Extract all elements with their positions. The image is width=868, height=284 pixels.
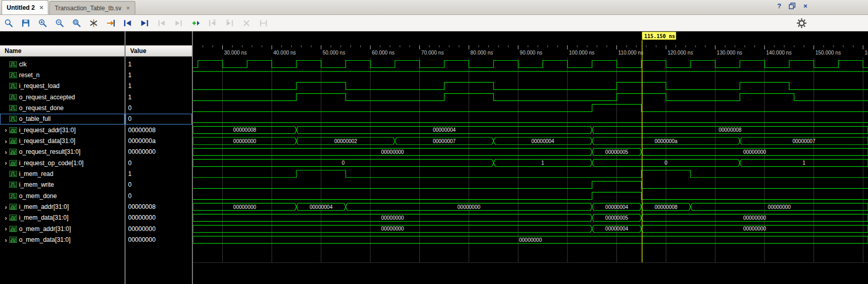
waveform-panel[interactable]: 30.000 ns40.000 ns50.000 ns60.000 ns70.0…	[193, 31, 868, 284]
signal-type-icon	[9, 149, 19, 155]
signal-row-o-request-result-31-0[interactable]: ›o_request_result[31:0]	[0, 147, 125, 157]
signal-value-i-request-addr-31-0[interactable]: 00000008	[126, 125, 192, 135]
signal-value-clk[interactable]: 1	[126, 59, 192, 69]
signal-row-i-request-load[interactable]: i_request_load	[0, 81, 125, 92]
zoom-in-button[interactable]	[37, 17, 48, 29]
signal-value-i-request-data-31-0[interactable]: 0000000a	[126, 135, 192, 146]
signal-row-o-mem-addr-31-0[interactable]: ›o_mem_addr[31:0]	[0, 223, 125, 234]
signal-value-i-mem-write[interactable]: 0	[126, 180, 192, 190]
wave-row-i-mem-write[interactable]	[193, 181, 868, 188]
expand-chevron-icon[interactable]: ›	[3, 204, 9, 210]
signal-value-i-request-load[interactable]: 1	[126, 81, 192, 92]
wave-row-i-request-addr-31-0[interactable]: 000000080000000400000008	[193, 127, 868, 134]
zoom-out-button[interactable]	[54, 17, 65, 29]
bus-signal-icon	[9, 160, 17, 166]
tab-bar: Untitled 2×Transaction_Table_tb.sv× ?×	[0, 0, 868, 15]
signal-type-icon	[9, 237, 19, 243]
signal-row-i-mem-data-31-0[interactable]: ›i_mem_data[31:0]	[0, 212, 125, 223]
settings-button[interactable]	[796, 17, 807, 29]
signal-name-label: o_mem_data[31:0]	[19, 236, 70, 243]
go-to-end-button[interactable]	[139, 17, 150, 29]
signal-value-i-mem-addr-31-0[interactable]: 00000008	[126, 201, 192, 212]
name-column-header[interactable]: Name	[0, 45, 125, 57]
signal-row-i-mem-write[interactable]: i_mem_write	[0, 180, 125, 190]
close-icon[interactable]: ×	[803, 3, 807, 9]
tab-untitled-2[interactable]: Untitled 2×	[2, 0, 48, 14]
signal-value-o-table-full[interactable]: 0	[126, 114, 192, 125]
save-button[interactable]	[20, 17, 31, 29]
signal-value-reset-n[interactable]: 1	[126, 69, 192, 80]
svg-text:00000000: 00000000	[519, 237, 542, 243]
signal-value-o-mem-done[interactable]: 0	[126, 190, 192, 201]
scalar-signal-icon	[9, 182, 17, 188]
signal-type-icon	[9, 193, 19, 199]
expand-chevron-icon[interactable]: ›	[3, 138, 9, 145]
signal-row-o-request-accepted[interactable]: o_request_accepted	[0, 92, 125, 102]
time-ruler[interactable]: 30.000 ns40.000 ns50.000 ns60.000 ns70.0…	[203, 45, 868, 56]
go-to-time-icon	[105, 18, 116, 28]
signal-row-clk[interactable]: clk	[0, 59, 125, 69]
tab-close-icon[interactable]: ×	[126, 5, 130, 11]
expand-chevron-icon[interactable]: ›	[3, 159, 9, 166]
wave-row-clk[interactable]	[193, 61, 868, 68]
svg-text:00000004: 00000004	[310, 204, 333, 210]
next-transition-icon	[173, 18, 184, 28]
signal-row-o-mem-data-31-0[interactable]: ›o_mem_data[31:0]	[0, 235, 125, 245]
add-marker-button[interactable]	[190, 17, 201, 29]
float-icon[interactable]	[789, 3, 795, 9]
expand-chevron-icon[interactable]: ›	[3, 127, 9, 133]
value-column-header[interactable]: Value	[126, 45, 192, 57]
help-icon[interactable]: ?	[777, 3, 781, 9]
go-to-time-button[interactable]	[105, 17, 116, 29]
signal-row-reset-n[interactable]: reset_n	[0, 69, 125, 80]
go-to-start-icon	[122, 18, 133, 28]
time-cursor[interactable]: 115.150 ns	[642, 32, 676, 262]
signal-row-i-mem-read[interactable]: i_mem_read	[0, 168, 125, 179]
signal-value-o-request-accepted[interactable]: 1	[126, 92, 192, 102]
wave-row-o-mem-data-31-0[interactable]: 00000000	[193, 236, 868, 243]
signal-value-o-mem-addr-31-0[interactable]: 00000000	[126, 223, 192, 234]
zoom-to-cursor-button[interactable]	[88, 17, 99, 29]
wave-row-o-mem-addr-31-0[interactable]: 000000000000000400000000	[193, 225, 868, 233]
signal-value-o-request-result-31-0[interactable]: 00000000	[126, 147, 192, 157]
expand-chevron-icon[interactable]: ›	[3, 237, 9, 243]
signal-type-icon	[9, 83, 19, 89]
wave-row-o-request-done[interactable]	[193, 104, 868, 112]
signal-value-i-mem-data-31-0[interactable]: 00000000	[126, 212, 192, 223]
wave-row-o-request-accepted[interactable]	[193, 94, 868, 101]
wave-row-i-request-op-code-1-0[interactable]: 0101	[193, 159, 868, 167]
signal-row-i-request-data-31-0[interactable]: ›i_request_data[31:0]	[0, 135, 125, 146]
zoom-fit-button[interactable]	[71, 17, 82, 29]
expand-chevron-icon[interactable]: ›	[3, 215, 9, 221]
signal-name-list: clkreset_ni_request_loado_request_accept…	[0, 59, 125, 245]
expand-chevron-icon[interactable]: ›	[3, 225, 9, 232]
signal-name-label: o_request_done	[19, 104, 64, 112]
signal-row-i-mem-addr-31-0[interactable]: ›i_mem_addr[31:0]	[0, 201, 125, 212]
signal-row-o-table-full[interactable]: o_table_full	[0, 114, 125, 125]
signal-row-i-request-addr-31-0[interactable]: ›i_request_addr[31:0]	[0, 125, 125, 135]
waveform-canvas[interactable]: 30.000 ns40.000 ns50.000 ns60.000 ns70.0…	[193, 31, 868, 284]
signal-row-i-request-op-code-1-0[interactable]: ›i_request_op_code[1:0]	[0, 157, 125, 168]
go-to-start-button[interactable]	[122, 17, 133, 29]
wave-row-i-request-data-31-0[interactable]: 000000000000000200000007000000040000000a…	[193, 137, 868, 145]
wave-row-o-request-result-31-0[interactable]: 000000000000000500000000	[193, 148, 868, 155]
signal-row-o-request-done[interactable]: o_request_done	[0, 102, 125, 113]
signal-row-o-mem-done[interactable]: o_mem_done	[0, 190, 125, 201]
wave-row-i-mem-read[interactable]	[193, 170, 868, 177]
tab-close-icon[interactable]: ×	[40, 4, 44, 11]
signal-value-o-request-done[interactable]: 0	[126, 102, 192, 113]
tab-transaction-table-tb-sv[interactable]: Transaction_Table_tb.sv×	[49, 1, 135, 14]
find-button[interactable]	[3, 17, 14, 29]
wave-row-i-request-load[interactable]	[193, 82, 868, 90]
signal-value-o-mem-data-31-0[interactable]: 00000000	[126, 235, 192, 245]
signal-value-i-request-op-code-1-0[interactable]: 0	[126, 157, 192, 168]
expand-chevron-icon[interactable]: ›	[3, 149, 9, 155]
wave-row-o-mem-done[interactable]	[193, 192, 868, 200]
find-icon	[4, 18, 14, 28]
signal-name-label: i_mem_read	[19, 170, 54, 177]
wave-row-i-mem-data-31-0[interactable]: 000000000000000500000000	[193, 214, 868, 221]
wave-row-i-mem-addr-31-0[interactable]: 0000000000000004000000000000000400000008…	[193, 203, 868, 210]
signal-value-i-mem-read[interactable]: 1	[126, 168, 192, 179]
previous-transition-button	[156, 17, 167, 29]
svg-text:00000000: 00000000	[233, 204, 256, 210]
